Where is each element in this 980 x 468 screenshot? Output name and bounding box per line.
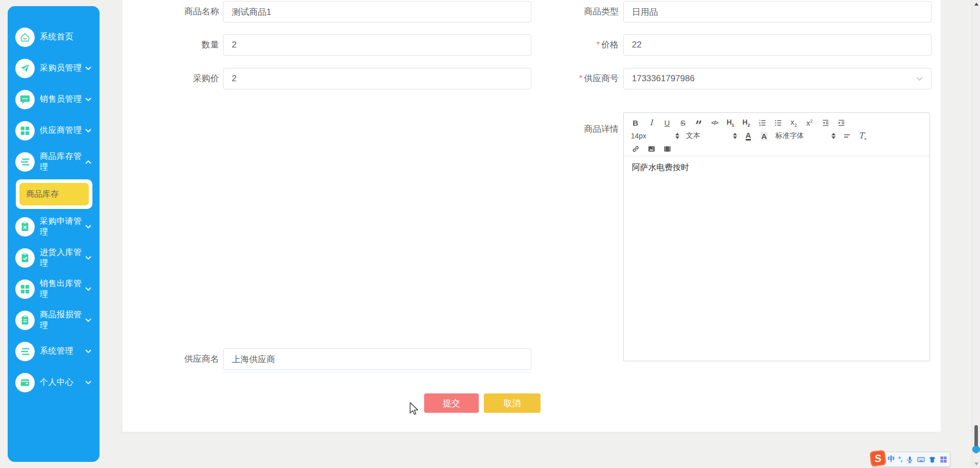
cancel-button[interactable]: 取消 <box>484 393 541 413</box>
image-button[interactable] <box>647 144 656 154</box>
supplier-name-input[interactable] <box>223 348 531 370</box>
product-detail-label: 商品详情 <box>537 124 619 135</box>
h2-button[interactable]: H2 <box>742 118 751 128</box>
submit-button[interactable]: 提交 <box>424 393 479 413</box>
chinese-mode-icon[interactable]: 中 <box>888 455 895 463</box>
divider <box>223 372 531 372</box>
sidebar-item-label: 采购申请管理 <box>40 216 85 238</box>
microphone-icon[interactable] <box>906 455 914 463</box>
quantity-input[interactable] <box>223 34 531 56</box>
font-family-select[interactable]: 标准字体 <box>775 131 836 141</box>
scroll-down-button[interactable] <box>974 462 978 465</box>
product-type-input[interactable] <box>623 1 932 22</box>
link-button[interactable] <box>631 144 640 154</box>
sidebar-item-label: 采购员管理 <box>40 63 85 74</box>
clipboard-icon <box>15 311 35 330</box>
sidebar-subitem-inventory-list-active[interactable]: 商品库存 <box>19 183 89 205</box>
chevron-down-icon <box>85 225 91 229</box>
quote-button[interactable]: ” <box>694 118 703 128</box>
font-size-select[interactable]: 14px <box>631 132 679 140</box>
skin-icon[interactable] <box>928 455 936 463</box>
chevron-down-icon <box>916 74 923 84</box>
sidebar-item-salesperson[interactable]: 销售员管理 <box>8 84 100 115</box>
sidebar-item-purchase-request[interactable]: 采购申请管理 <box>8 211 100 242</box>
sidebar-item-label: 销售出库管理 <box>40 278 85 300</box>
scroll-up-button[interactable] <box>974 3 978 6</box>
editor-toolbar-row1: BIUS”</>H1H2x2x2 <box>631 116 922 129</box>
sidebar-item-label: 进货入库管理 <box>40 247 85 269</box>
sidebar-item-purchaser[interactable]: 采购员管理 <box>8 53 100 84</box>
purchase-price-input[interactable] <box>223 68 531 89</box>
sidebar-item-stock-in[interactable]: 进货入库管理 <box>8 242 100 273</box>
rich-text-editor: BIUS”</>H1H2x2x2 14px 文本 A A 标准字体 <box>623 112 930 361</box>
italic-button[interactable]: I <box>647 118 656 128</box>
required-asterisk: * <box>596 40 600 50</box>
video-button[interactable] <box>663 144 672 154</box>
chat-icon <box>15 90 35 109</box>
sidebar-item-stock-out[interactable]: 销售出库管理 <box>8 273 100 305</box>
underline-button[interactable]: U <box>663 118 672 128</box>
editor-toolbar: BIUS”</>H1H2x2x2 14px 文本 A A 标准字体 <box>624 113 929 156</box>
clipboard-check-icon <box>15 248 35 268</box>
sidebar-item-label: 供应商管理 <box>40 125 85 136</box>
scrollbar-ball[interactable] <box>972 446 980 453</box>
text-color-button[interactable]: A <box>744 131 753 141</box>
product-name-input[interactable] <box>223 1 531 22</box>
product-form-panel: 商品名称 商品类型 数量 *价格 采购价 *供应商号 1733361797986… <box>122 0 941 432</box>
list-icon <box>15 342 35 361</box>
list-icon <box>15 152 35 172</box>
code-button[interactable]: </> <box>710 118 719 128</box>
clear-format-button[interactable]: T× <box>858 131 867 141</box>
grid-icon <box>15 279 35 299</box>
align-button[interactable] <box>842 131 851 141</box>
home-icon <box>15 28 35 47</box>
sidebar-item-system[interactable]: 系统管理 <box>8 336 100 367</box>
sidebar-item-supplier[interactable]: 供应商管理 <box>8 115 100 146</box>
sidebar-item-home[interactable]: 系统首页 <box>8 21 100 53</box>
sidebar-item-label: 商品报损管理 <box>40 310 85 331</box>
scrollbar-track[interactable] <box>972 0 980 468</box>
bold-button[interactable]: B <box>631 118 640 128</box>
chevron-down-icon <box>85 129 91 133</box>
punctuation-icon[interactable]: °, <box>898 455 902 463</box>
strikethrough-button[interactable]: S <box>678 118 688 128</box>
stepper-icon <box>675 133 679 139</box>
supplier-no-select[interactable]: 1733361797986 <box>623 68 932 89</box>
unordered-list-button[interactable] <box>773 118 782 128</box>
supplier-name-label: 供应商名 <box>137 354 219 365</box>
product-type-label: 商品类型 <box>537 6 619 17</box>
h1-button[interactable]: H1 <box>726 118 735 128</box>
editor-content[interactable]: 阿萨水电费按时 <box>624 156 929 179</box>
chevron-down-icon <box>85 349 91 354</box>
chevron-down-icon <box>85 66 91 71</box>
sidebar-item-label: 商品库存管理 <box>40 151 85 173</box>
price-input[interactable] <box>623 34 932 56</box>
supplier-no-label: *供应商号 <box>537 73 619 84</box>
purchase-price-label: 采购价 <box>137 73 219 84</box>
sidebar-item-profile[interactable]: 个人中心 <box>8 367 100 398</box>
indent-button[interactable] <box>837 118 846 128</box>
subscript-button[interactable]: x2 <box>789 118 798 128</box>
stepper-icon <box>733 133 737 139</box>
product-name-label: 商品名称 <box>137 6 219 17</box>
quantity-label: 数量 <box>137 39 219 51</box>
superscript-button[interactable]: x2 <box>805 118 814 128</box>
price-label: *价格 <box>537 39 619 51</box>
ordered-list-button[interactable] <box>757 118 767 128</box>
sidebar-item-damage[interactable]: 商品报损管理 <box>8 305 100 336</box>
keyboard-icon[interactable] <box>917 455 925 463</box>
sogou-logo-icon[interactable]: S <box>870 450 887 467</box>
sidebar-menu: 系统首页采购员管理销售员管理供应商管理商品库存管理商品库存采购申请管理进货入库管… <box>8 6 100 398</box>
sidebar-item-inventory[interactable]: 商品库存管理 <box>8 146 100 177</box>
sidebar: 系统首页采购员管理销售员管理供应商管理商品库存管理商品库存采购申请管理进货入库管… <box>8 6 100 462</box>
stepper-icon <box>831 133 836 139</box>
outdent-button[interactable] <box>821 118 830 128</box>
clipboard-x-icon <box>15 217 35 237</box>
chevron-down-icon <box>85 381 91 385</box>
highlight-color-button[interactable]: A <box>760 131 769 141</box>
sidebar-item-label: 系统首页 <box>40 32 100 42</box>
toolbox-icon[interactable] <box>940 455 947 463</box>
chevron-down-icon <box>85 98 91 102</box>
paragraph-format-select[interactable]: 文本 <box>686 131 737 141</box>
wallet-icon <box>15 373 35 392</box>
